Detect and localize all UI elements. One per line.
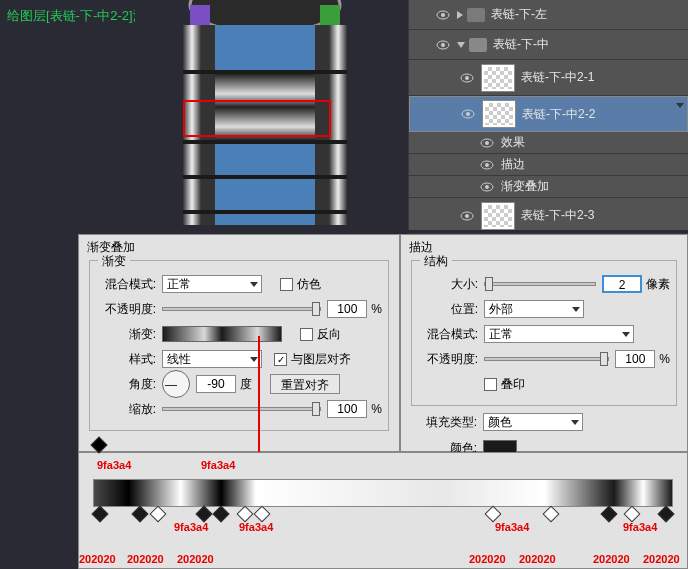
- fx-header[interactable]: 效果: [409, 132, 688, 154]
- fx-stroke[interactable]: 描边: [409, 154, 688, 176]
- visibility-icon[interactable]: [479, 157, 495, 173]
- layer-style-dialogs: 渐变叠加 渐变 混合模式:正常仿色 不透明度:100% 渐变:反向 样式:线性✓…: [78, 234, 688, 452]
- layer-mid2-3[interactable]: 表链-下-中2-3: [409, 198, 688, 234]
- color-stop[interactable]: [487, 508, 499, 520]
- layer-label: 表链-下-中2-2: [522, 106, 595, 123]
- opacity-slider[interactable]: [484, 357, 609, 361]
- color-stop[interactable]: [198, 508, 210, 520]
- pct: %: [371, 302, 382, 316]
- layer-mid2-2[interactable]: 表链-下-中2-2: [409, 96, 688, 132]
- opacity-input[interactable]: 100: [327, 300, 367, 318]
- size-slider[interactable]: [484, 282, 596, 286]
- dither-label: 仿色: [297, 276, 321, 293]
- layers-panel: 表链-下-左 表链-下-中 表链-下-中2-1 表链-下-中2-2 效果 描边 …: [408, 0, 688, 230]
- layer-folder-left[interactable]: 表链-下-左: [409, 0, 688, 30]
- scale-slider[interactable]: [162, 407, 321, 411]
- scale-input[interactable]: 100: [327, 400, 367, 418]
- color-tag: 202020: [127, 553, 164, 565]
- style-label: 样式:: [96, 351, 156, 368]
- gradient-preview[interactable]: [162, 326, 282, 342]
- align-label: 与图层对齐: [291, 351, 351, 368]
- selection-highlight: [183, 100, 331, 137]
- gradient-group: 渐变 混合模式:正常仿色 不透明度:100% 渐变:反向 样式:线性✓与图层对齐…: [89, 260, 389, 431]
- size-label: 大小:: [418, 276, 478, 293]
- color-stop[interactable]: [256, 508, 268, 520]
- px: 像素: [646, 276, 670, 293]
- visibility-icon[interactable]: [459, 70, 475, 86]
- blend-mode-select[interactable]: 正常: [162, 275, 262, 293]
- visibility-icon[interactable]: [459, 208, 475, 224]
- color-tag: 9fa3a4: [174, 521, 208, 533]
- svg-rect-5: [329, 25, 347, 225]
- color-stop[interactable]: [215, 508, 227, 520]
- fx-gradoverlay[interactable]: 渐变叠加: [409, 176, 688, 198]
- angle-dial[interactable]: [162, 370, 190, 398]
- position-label: 位置:: [418, 301, 478, 318]
- folder-icon: [467, 8, 485, 22]
- opacity-label: 不透明度:: [96, 301, 156, 318]
- blend-label: 混合模式:: [96, 276, 156, 293]
- blend-mode-select[interactable]: 正常: [484, 325, 634, 343]
- color-stop[interactable]: [660, 508, 672, 520]
- visibility-icon[interactable]: [460, 106, 476, 122]
- visibility-icon[interactable]: [435, 37, 451, 53]
- position-select[interactable]: 外部: [484, 300, 584, 318]
- color-tag: 9fa3a4: [201, 459, 235, 471]
- folder-icon: [469, 38, 487, 52]
- dither-checkbox[interactable]: [280, 278, 293, 291]
- svg-rect-9: [183, 140, 347, 144]
- svg-point-14: [441, 13, 445, 17]
- color-tag: 9fa3a4: [623, 521, 657, 533]
- svg-point-16: [441, 43, 445, 47]
- gradient-label: 渐变:: [96, 326, 156, 343]
- reverse-checkbox[interactable]: [300, 328, 313, 341]
- filltype-select[interactable]: 颜色: [483, 413, 583, 431]
- group-label: 结构: [420, 253, 452, 270]
- expand-icon[interactable]: [457, 11, 463, 19]
- angle-label: 角度:: [96, 376, 156, 393]
- gradient-strip[interactable]: [93, 479, 673, 507]
- layer-label: 渐变叠加: [501, 178, 549, 195]
- structure-group: 结构 大小:2像素 位置:外部 混合模式:正常 不透明度:100% 叠印: [411, 260, 677, 406]
- color-tag: 202020: [469, 553, 506, 565]
- color-stop[interactable]: [545, 508, 557, 520]
- angle-input[interactable]: -90: [196, 375, 236, 393]
- scale-label: 缩放:: [96, 401, 156, 418]
- style-select[interactable]: 线性: [162, 350, 262, 368]
- color-tag: 202020: [79, 553, 116, 565]
- layer-folder-mid[interactable]: 表链-下-中: [409, 30, 688, 60]
- annotation-arrow: [258, 336, 260, 456]
- color-tag: 9fa3a4: [97, 459, 131, 471]
- visibility-icon[interactable]: [479, 135, 495, 151]
- svg-point-28: [465, 214, 469, 218]
- align-checkbox[interactable]: ✓: [274, 353, 287, 366]
- color-tag: 9fa3a4: [239, 521, 273, 533]
- color-stop[interactable]: [603, 508, 615, 520]
- layer-thumbnail: [481, 64, 515, 92]
- expand-icon[interactable]: [457, 42, 465, 48]
- color-stop[interactable]: [239, 508, 251, 520]
- size-input[interactable]: 2: [602, 275, 642, 293]
- opacity-input[interactable]: 100: [615, 350, 655, 368]
- svg-rect-11: [183, 210, 347, 214]
- opacity-slider[interactable]: [162, 307, 321, 311]
- svg-rect-10: [183, 175, 347, 179]
- color-stop[interactable]: [626, 508, 638, 520]
- stroke-dialog: 描边 结构 大小:2像素 位置:外部 混合模式:正常 不透明度:100% 叠印 …: [400, 234, 688, 452]
- svg-point-26: [485, 185, 489, 189]
- reset-align-button[interactable]: 重置对齐: [270, 374, 340, 394]
- visibility-icon[interactable]: [435, 7, 451, 23]
- layer-label: 效果: [501, 134, 525, 151]
- opacity-stop[interactable]: [93, 439, 105, 451]
- color-stop[interactable]: [152, 508, 164, 520]
- layer-label: 表链-下-中2-1: [521, 69, 594, 86]
- color-stop[interactable]: [94, 508, 106, 520]
- color-stop[interactable]: [134, 508, 146, 520]
- filltype-label: 填充类型:: [417, 414, 477, 431]
- svg-point-18: [465, 76, 469, 80]
- deg: 度: [240, 376, 252, 393]
- overprint-checkbox[interactable]: [484, 378, 497, 391]
- color-tag: 202020: [519, 553, 556, 565]
- visibility-icon[interactable]: [479, 179, 495, 195]
- layer-mid2-1[interactable]: 表链-下-中2-1: [409, 60, 688, 96]
